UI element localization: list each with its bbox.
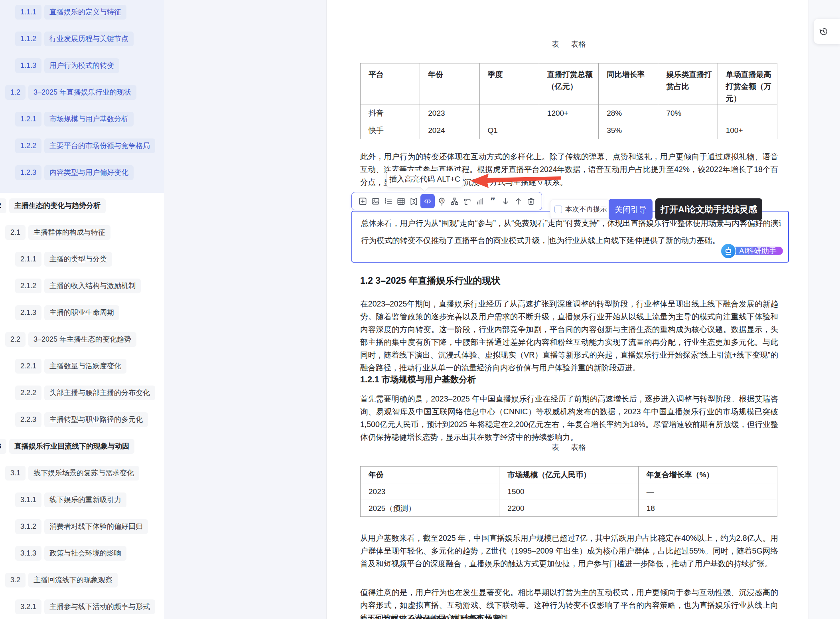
toc-item-number: 1.2.2	[15, 138, 41, 153]
toc-item-label: 头部主播与腰部主播的分布变化	[44, 386, 155, 400]
toc-item-number: 2.1.1	[15, 252, 41, 267]
toc-item[interactable]: 3.1.1 线下娱乐的重新吸引力	[15, 492, 164, 507]
table-cell: 2023	[361, 483, 499, 500]
toc-item-label: 内容类型与用户偏好变化	[44, 165, 134, 180]
table-header-cell: 平台	[361, 63, 420, 105]
toc-item[interactable]: 3.1.3 政策与社会环境的影响	[15, 546, 164, 561]
toc-item[interactable]: 2.2 3–2025 年主播生态的变化趋势	[5, 332, 164, 347]
toc-item[interactable]: 3.1.2 消费者对线下体验的偏好回归	[15, 519, 164, 534]
heading-1-2: 1.2 3–2025 年直播娱乐行业的现状	[360, 275, 501, 287]
list-icon[interactable]	[382, 195, 394, 207]
form-icon[interactable]	[461, 195, 473, 207]
toc-item-label: 主播生态的变化与趋势分析	[9, 198, 106, 213]
toc-item[interactable]: 2.2.3 主播转型与职业路径的多元化	[15, 412, 164, 427]
toc-item[interactable]: 3.1 线下娱乐场景的复苏与需求变化	[5, 466, 164, 481]
paragraph-market-scale: 首先需要明确的是，2023–2025 年中国直播娱乐行业在经历了前期的高速增长后…	[360, 392, 778, 443]
table-icon[interactable]	[395, 195, 407, 207]
quote-icon[interactable]: ”	[487, 195, 499, 207]
toc-item[interactable]: 2.1.2 主播的收入结构与激励机制	[15, 279, 164, 293]
toc-item[interactable]: 1.1.3 用户行为模式的转变	[15, 58, 164, 73]
table-header-cell: 娱乐类直播打赏占比	[658, 63, 718, 105]
table-cell	[539, 122, 598, 139]
close-guide-button[interactable]: 关闭引导	[609, 199, 653, 220]
table-row[interactable]: 抖音20231200+28%70%	[361, 105, 777, 122]
table-caption-label: 表	[552, 443, 559, 451]
table-cell	[658, 122, 718, 139]
toc-item[interactable]: 1.2.1 市场规模与用户基数分析	[15, 112, 164, 127]
table-row[interactable]: 快手2024Q135%100+	[361, 122, 777, 139]
history-button[interactable]	[814, 19, 840, 44]
heading-1-2-2: 1.2.2 主要平台的市场份额与竞争格局	[360, 614, 502, 619]
toc-group-active: 1.1.1 直播娱乐的定义与特征 1.1.2 行业发展历程与关键节点 1.1.3…	[0, 0, 164, 193]
toc-item[interactable]: 1.1.2 行业发展历程与关键节点	[15, 32, 164, 46]
toc-item-number: 1.2.3	[15, 165, 41, 180]
toc-item-number: 2.1.3	[15, 305, 41, 320]
toc-item-number: 2.1.2	[15, 279, 41, 293]
code-icon[interactable]	[420, 194, 435, 208]
toc-item[interactable]: 1.2 3–2025 年直播娱乐行业的现状	[5, 85, 164, 100]
mindmap-icon[interactable]	[448, 195, 460, 207]
toc-item[interactable]: 2.1.3 主播的职业生命周期	[15, 305, 164, 320]
ai-research-badge[interactable]: AI科研助手	[722, 243, 783, 259]
table-header-cell: 年份	[361, 467, 499, 483]
svg-text:AI: AI	[440, 199, 443, 202]
insert-code-tooltip: 插入高亮代码 ALT+C	[386, 171, 463, 188]
market-scale-table[interactable]: 年份市场规模（亿元人民币）年复合增长率（%）20231500—2025（预测）2…	[360, 466, 777, 517]
toc-item[interactable]: 3.2.1 主播参与线下活动的频率与形式	[15, 599, 164, 614]
robot-icon	[720, 243, 736, 259]
table-header-cell: 同比增长率	[599, 63, 658, 105]
heading-1-2-1: 1.2.1 市场规模与用户基数分析	[360, 374, 476, 385]
formula-icon[interactable]	[408, 195, 420, 207]
move-up-icon[interactable]	[512, 195, 524, 207]
ai-suggest-icon[interactable]: AI	[436, 195, 448, 207]
right-rail	[809, 0, 840, 619]
history-icon	[818, 26, 829, 37]
toc-item[interactable]: 3.2 主播回流线下的现象观察	[5, 573, 164, 587]
table-row[interactable]: 2025（预测）220018	[361, 500, 777, 517]
toc-item[interactable]: 3 直播娱乐行业回流线下的现象与动因	[0, 439, 164, 454]
toc-item[interactable]: 2.2.1 主播数量与活跃度变化	[15, 359, 164, 374]
app-root: 1.1.1 直播娱乐的定义与特征 1.1.2 行业发展历程与关键节点 1.1.3…	[0, 0, 840, 619]
toc-item[interactable]: 1.2.3 内容类型与用户偏好变化	[15, 165, 164, 180]
toc-item[interactable]: 1.1.1 直播娱乐的定义与特征	[15, 5, 164, 20]
toc-item-number: 1.1.3	[15, 58, 41, 73]
table-caption-label: 表	[552, 40, 559, 48]
table-header-cell: 单场直播最高打赏金额（万元）	[718, 63, 777, 105]
paragraph-user-base: 从用户基数来看，截至2025 年，中国直播娱乐用户规模已超过7亿，其中活跃用户占…	[360, 532, 778, 570]
toc-item-label: 政策与社会环境的影响	[44, 546, 126, 561]
reward-data-table[interactable]: 平台年份季度直播打赏总额（亿元）同比增长率娱乐类直播打赏占比单场直播最高打赏金额…	[360, 63, 777, 139]
paragraph-industry-status: 在2023–2025年期间，直播娱乐行业经历了从高速扩张到深度调整的转型阶段，行…	[360, 297, 778, 374]
table-cell: 2024	[420, 122, 479, 139]
text-cursor	[548, 236, 548, 245]
table-cell: 2200	[499, 500, 638, 517]
toc-item-number: 3	[0, 439, 6, 454]
red-arrow-annotation	[469, 173, 562, 189]
toc-item[interactable]: 2.2.2 头部主播与腰部主播的分布变化	[15, 386, 164, 400]
table-cell: Q1	[479, 122, 539, 139]
toc-item-number: 3.1.3	[15, 546, 41, 561]
table-cell: 1500	[499, 483, 638, 500]
toc-item-label: 直播娱乐的定义与特征	[44, 5, 126, 20]
table-cell: —	[638, 483, 777, 500]
table-cell: 70%	[658, 105, 718, 122]
delete-icon[interactable]	[525, 195, 537, 207]
insert-block-icon[interactable]	[357, 195, 369, 207]
toc-item[interactable]: 1.2.2 主要平台的市场份额与竞争格局	[15, 138, 164, 153]
chart-icon[interactable]	[474, 195, 486, 207]
table-cell: 18	[638, 500, 777, 517]
toc-item-number: 2	[0, 198, 6, 213]
dont-show-again-checkbox[interactable]	[554, 206, 562, 213]
table-row[interactable]: 20231500—	[361, 483, 777, 500]
toc-item[interactable]: 2.1 主播群体的构成与特征	[5, 225, 164, 240]
move-down-icon[interactable]	[499, 195, 511, 207]
toc-item-label: 线下娱乐的重新吸引力	[44, 492, 126, 507]
toc-item[interactable]: 2.1.1 主播的类型与分类	[15, 252, 164, 267]
toc-item-label: 主播的类型与分类	[44, 252, 112, 267]
table-cell: 快手	[361, 122, 420, 139]
toc-item-label: 用户行为模式的转变	[44, 58, 119, 73]
toc-item[interactable]: 2 主播生态的变化与趋势分析	[0, 198, 164, 213]
toc-item-label: 3–2025 年主播生态的变化趋势	[28, 332, 136, 347]
insert-code-tooltip-text: 插入高亮代码 ALT+C	[389, 175, 460, 183]
toc-item-label: 3–2025 年直播娱乐行业的现状	[28, 85, 136, 100]
image-icon[interactable]	[369, 195, 381, 207]
